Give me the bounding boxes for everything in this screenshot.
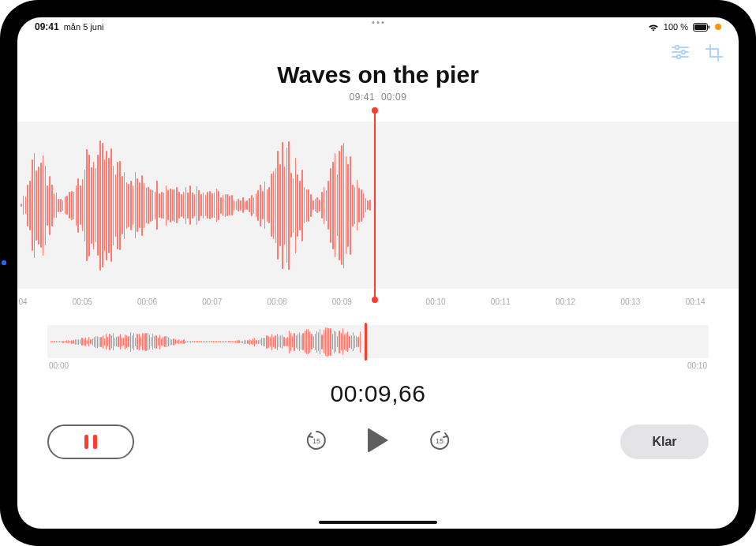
crop-icon[interactable]: [705, 44, 723, 62]
skip-back-15-button[interactable]: 15: [305, 428, 328, 452]
timeline-tick: 00:14: [686, 297, 705, 306]
svg-text:15: 15: [436, 437, 443, 445]
playback-controls: 15 15 Klar: [17, 424, 739, 464]
timeline-tick: 00:10: [426, 297, 446, 306]
recording-created-time: 09:41: [350, 92, 376, 103]
play-icon: [368, 428, 388, 453]
timeline-tick: 00:08: [268, 297, 287, 306]
options-icon[interactable]: [671, 44, 690, 62]
overview-playhead[interactable]: [365, 323, 367, 361]
battery-icon: [693, 23, 710, 32]
multitask-dots[interactable]: [372, 21, 384, 24]
recording-subtitle: 09:41 00:09: [17, 92, 739, 103]
overview-start-label: 00:00: [49, 361, 69, 370]
overview-labels: 00:00 00:10: [47, 361, 709, 372]
timeline-ruler: 00:0400:0500:0600:0700:0800:0900:1000:11…: [17, 294, 739, 311]
svg-point-7: [682, 50, 685, 54]
status-left: 09:41 mån 5 juni: [35, 21, 103, 32]
play-button[interactable]: [368, 428, 388, 453]
recording-title[interactable]: Waves on the pier: [17, 62, 739, 88]
timeline-tick: 00:06: [137, 297, 157, 306]
svg-rect-1: [694, 24, 706, 30]
status-right: 100 %: [648, 22, 721, 32]
pause-button[interactable]: [47, 424, 134, 459]
recording-indicator-dot: [715, 24, 721, 30]
device-frame: 09:41 mån 5 juni 100 %: [0, 0, 756, 546]
status-bar: 09:41 mån 5 juni 100 %: [17, 17, 739, 35]
done-button[interactable]: Klar: [620, 424, 709, 459]
center-controls: 15 15: [305, 428, 451, 453]
playhead[interactable]: [374, 110, 376, 300]
timeline-tick: 00:05: [73, 297, 92, 306]
svg-rect-2: [709, 25, 710, 28]
timeline-tick: 00:04: [17, 297, 28, 306]
timeline-tick: 00:12: [556, 297, 575, 306]
current-time: 00:09,66: [17, 380, 739, 407]
home-indicator[interactable]: [319, 521, 437, 524]
top-tools: [671, 44, 723, 62]
svg-text:15: 15: [313, 437, 320, 445]
timeline-tick: 00:13: [620, 297, 640, 306]
timeline-tick: 00:07: [202, 297, 222, 306]
side-indicator: [2, 260, 6, 265]
status-time: 09:41: [35, 21, 59, 32]
screen: 09:41 mån 5 juni 100 %: [17, 17, 739, 529]
timeline-tick: 00:11: [491, 297, 511, 306]
skip-forward-15-button[interactable]: 15: [428, 428, 451, 452]
battery-percent: 100 %: [664, 22, 688, 32]
waveform-detail[interactable]: [17, 117, 739, 294]
svg-point-8: [677, 55, 680, 58]
status-date: mån 5 juni: [64, 22, 104, 32]
recording-duration-short: 00:09: [381, 92, 407, 103]
wifi-icon: [648, 23, 659, 32]
waveform-overview[interactable]: [47, 325, 709, 358]
waveform-band: [17, 122, 739, 289]
svg-point-6: [676, 46, 679, 49]
recording-header: Waves on the pier 09:41 00:09: [17, 62, 739, 103]
waveform-bars: [17, 122, 374, 289]
timeline-tick: 00:09: [332, 297, 352, 306]
overview-end-label: 00:10: [687, 361, 707, 370]
overview-bars: [51, 325, 368, 358]
